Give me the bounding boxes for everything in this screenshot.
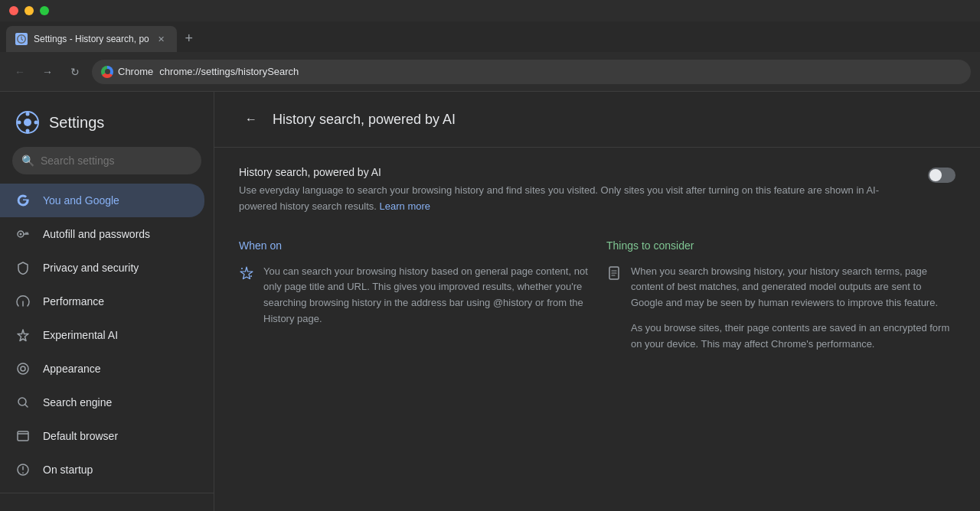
- browser-icon: [15, 428, 31, 444]
- page-title: History search, powered by AI: [273, 112, 456, 128]
- feature-toggle[interactable]: [928, 168, 956, 183]
- sidebar-item-experimental-ai[interactable]: Experimental AI: [0, 318, 204, 352]
- search-settings-container[interactable]: 🔍: [12, 147, 201, 174]
- omnibox-site-label: Chrome: [118, 66, 153, 77]
- search-settings-input[interactable]: [41, 155, 192, 167]
- svg-point-17: [250, 275, 252, 277]
- sidebar-item-autofill[interactable]: Autofill and passwords: [0, 217, 204, 251]
- svg-point-6: [34, 121, 38, 125]
- google-g-icon: [15, 193, 31, 208]
- sidebar-item-languages[interactable]: A あ Languages: [0, 500, 204, 511]
- sidebar-item-label: You and Google: [43, 194, 119, 207]
- sidebar-item-label: Privacy and security: [43, 262, 139, 274]
- tab-bar: Settings - History search, po ✕ +: [0, 21, 980, 52]
- forward-navigation-button[interactable]: →: [37, 61, 58, 83]
- things-to-consider-text: When you search browsing history, your h…: [631, 264, 956, 353]
- feature-heading: History search, powered by AI: [239, 166, 910, 178]
- search-engine-icon: [15, 395, 31, 410]
- svg-point-16: [241, 268, 243, 269]
- svg-point-9: [18, 363, 28, 374]
- content-area: ← History search, powered by AI History …: [214, 92, 980, 511]
- new-tab-button[interactable]: +: [178, 28, 200, 49]
- when-on-text: You can search your browsing history bas…: [263, 264, 588, 327]
- feature-row: History search, powered by AI Use everyd…: [239, 166, 956, 215]
- back-button[interactable]: ←: [239, 107, 263, 132]
- tab-favicon-icon: [15, 33, 28, 45]
- sidebar-item-performance[interactable]: Performance: [0, 285, 204, 318]
- sidebar-item-label: On startup: [43, 464, 93, 476]
- reload-button[interactable]: ↻: [64, 61, 86, 83]
- nav-divider: [0, 493, 214, 493]
- maximize-window-button[interactable]: [40, 6, 49, 15]
- sparkle-icon: [15, 327, 31, 343]
- svg-rect-12: [18, 431, 28, 441]
- chrome-site-icon: Chrome: [101, 66, 153, 78]
- info-columns: When on You can search your browsing his…: [239, 239, 956, 353]
- things-to-consider-header: Things to consider: [606, 239, 956, 252]
- shield-icon: [15, 260, 31, 275]
- appearance-icon: [15, 361, 31, 376]
- settings-header: Settings: [0, 104, 214, 147]
- toggle-knob: [929, 169, 942, 181]
- feature-description: Use everyday language to search your bro…: [239, 183, 910, 215]
- svg-point-5: [18, 121, 21, 125]
- sidebar-item-label: Performance: [43, 295, 104, 308]
- svg-point-4: [26, 129, 30, 133]
- svg-point-3: [26, 112, 30, 116]
- page-header: ← History search, powered by AI: [214, 92, 980, 148]
- settings-title: Settings: [49, 114, 104, 132]
- feature-description-container: History search, powered by AI Use everyd…: [239, 166, 928, 215]
- sidebar-item-default-browser[interactable]: Default browser: [0, 419, 204, 453]
- tab-title: Settings - History search, po: [34, 34, 149, 44]
- things-paragraph-2: As you browse sites, their page contents…: [631, 321, 956, 353]
- svg-point-8: [20, 233, 22, 236]
- startup-icon: [15, 462, 31, 477]
- content-body: History search, powered by AI Use everyd…: [214, 148, 980, 371]
- chrome-logo-icon: [101, 66, 113, 78]
- settings-logo-icon: [15, 110, 40, 135]
- sidebar-item-search-engine[interactable]: Search engine: [0, 386, 204, 419]
- sidebar-item-appearance[interactable]: Appearance: [0, 352, 204, 386]
- address-bar: ← → ↻ Chrome chrome://settings/historySe…: [0, 52, 980, 92]
- learn-more-link[interactable]: Learn more: [380, 200, 430, 212]
- svg-point-2: [24, 119, 31, 126]
- sidebar-item-label: Experimental AI: [43, 329, 118, 341]
- tab-close-button[interactable]: ✕: [155, 33, 168, 45]
- sidebar-item-privacy[interactable]: Privacy and security: [0, 251, 204, 285]
- when-on-item: You can search your browsing history bas…: [239, 264, 588, 327]
- performance-icon: [15, 294, 31, 309]
- active-tab[interactable]: Settings - History search, po ✕: [6, 26, 177, 52]
- svg-point-10: [21, 366, 25, 371]
- things-paragraph-1: When you search browsing history, your h…: [631, 264, 956, 311]
- things-to-consider-column: Things to consider When you search brows…: [606, 239, 956, 353]
- document-icon: [606, 265, 622, 281]
- sparkle-item-icon: [239, 265, 254, 281]
- omnibox-url: chrome://settings/historySearch: [159, 66, 299, 77]
- back-navigation-button[interactable]: ←: [9, 61, 31, 83]
- sidebar-item-label: Appearance: [43, 363, 101, 375]
- close-window-button[interactable]: [9, 6, 18, 15]
- sidebar-item-label: Autofill and passwords: [43, 228, 150, 240]
- main-layout: Settings 🔍 You and Google Au: [0, 92, 980, 511]
- things-to-consider-item: When you search browsing history, your h…: [606, 264, 956, 353]
- key-icon: [15, 226, 31, 242]
- sidebar-item-label: Default browser: [43, 430, 118, 442]
- window-chrome: [0, 0, 980, 21]
- omnibox[interactable]: Chrome chrome://settings/historySearch: [92, 60, 971, 84]
- sidebar-item-you-and-google[interactable]: You and Google: [0, 184, 204, 217]
- minimize-window-button[interactable]: [24, 6, 34, 15]
- sidebar-item-label: Search engine: [43, 396, 112, 408]
- when-on-header: When on: [239, 239, 588, 252]
- search-icon: 🔍: [21, 155, 34, 167]
- when-on-column: When on You can search your browsing his…: [239, 239, 588, 353]
- sidebar: Settings 🔍 You and Google Au: [0, 92, 214, 511]
- sidebar-item-on-startup[interactable]: On startup: [0, 453, 204, 487]
